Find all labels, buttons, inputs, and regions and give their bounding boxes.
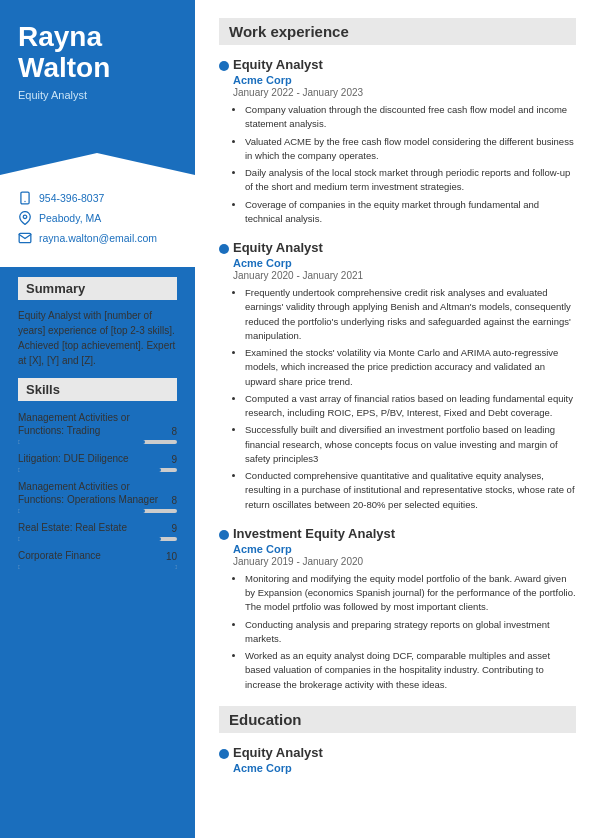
job-entry: Equity Analyst Acme Corp January 2022 - … bbox=[219, 57, 576, 226]
skill-name: Management Activities or Functions: Trad… bbox=[18, 411, 171, 437]
sidebar-chevron-shape bbox=[0, 115, 195, 153]
skill-bar-fill bbox=[18, 537, 161, 541]
skill-bar-fill bbox=[18, 509, 145, 513]
skill-name: Real Estate: Real Estate bbox=[18, 521, 171, 534]
education-title: Education bbox=[219, 706, 576, 733]
job-bullet: Coverage of companies in the equity mark… bbox=[245, 198, 576, 227]
main-content: Work experience Equity Analyst Acme Corp… bbox=[195, 0, 594, 838]
job-bullet: Monitoring and modifying the equity mode… bbox=[245, 572, 576, 615]
skill-bar-fill bbox=[18, 565, 177, 569]
summary-text: Equity Analyst with [number of years] ex… bbox=[18, 308, 177, 368]
job-company: Acme Corp bbox=[233, 257, 576, 269]
location-text: Peabody, MA bbox=[39, 212, 101, 224]
skills-section: Skills Management Activities or Function… bbox=[0, 378, 195, 569]
svg-point-2 bbox=[23, 215, 27, 219]
job-dates: January 2022 - January 2023 bbox=[233, 87, 576, 98]
job-dates: January 2020 - January 2021 bbox=[233, 270, 576, 281]
job-bullet: Successfully built and diversified an in… bbox=[245, 423, 576, 466]
skill-bar-bg bbox=[18, 537, 177, 541]
skill-value: 9 bbox=[171, 454, 177, 465]
skill-name: Management Activities or Functions: Oper… bbox=[18, 480, 171, 506]
location-icon bbox=[18, 211, 32, 225]
sidebar-header: Rayna Walton Equity Analyst bbox=[0, 0, 195, 115]
skill-item: Management Activities or Functions: Oper… bbox=[18, 480, 177, 513]
skill-value: 8 bbox=[171, 426, 177, 437]
education-section: Education Equity Analyst Acme Corp bbox=[219, 706, 576, 774]
skill-item: Management Activities or Functions: Trad… bbox=[18, 411, 177, 444]
job-title: Equity Analyst bbox=[233, 57, 576, 72]
skill-item: Real Estate: Real Estate 9 bbox=[18, 521, 177, 541]
job-bullets: Monitoring and modifying the equity mode… bbox=[233, 572, 576, 692]
skill-value: 10 bbox=[166, 551, 177, 562]
job-bullet: Computed a vast array of financial ratio… bbox=[245, 392, 576, 421]
location-item: Peabody, MA bbox=[18, 211, 177, 225]
job-title: Investment Equity Analyst bbox=[233, 526, 576, 541]
candidate-title: Equity Analyst bbox=[18, 89, 177, 101]
job-bullet: Examined the stocks' volatility via Mont… bbox=[245, 346, 576, 389]
job-company: Acme Corp bbox=[233, 74, 576, 86]
email-text: rayna.walton@email.com bbox=[39, 232, 157, 244]
job-bullet: Conducting analysis and preparing strate… bbox=[245, 618, 576, 647]
phone-text: 954-396-8037 bbox=[39, 192, 104, 204]
skill-value: 8 bbox=[171, 495, 177, 506]
name-line1: Rayna bbox=[18, 21, 102, 52]
job-bullet: Valuated ACME by the free cash flow mode… bbox=[245, 135, 576, 164]
work-experience-title: Work experience bbox=[219, 18, 576, 45]
job-bullets: Company valuation through the discounted… bbox=[233, 103, 576, 226]
job-dates: January 2019 - January 2020 bbox=[233, 556, 576, 567]
job-entry: Investment Equity Analyst Acme Corp Janu… bbox=[219, 526, 576, 692]
summary-section: Summary Equity Analyst with [number of y… bbox=[0, 277, 195, 368]
skill-value: 9 bbox=[171, 523, 177, 534]
education-list: Equity Analyst Acme Corp bbox=[219, 745, 576, 774]
edu-company: Acme Corp bbox=[233, 762, 576, 774]
skill-bar-fill bbox=[18, 468, 161, 472]
education-entry: Equity Analyst Acme Corp bbox=[219, 745, 576, 774]
jobs-list: Equity Analyst Acme Corp January 2022 - … bbox=[219, 57, 576, 692]
job-bullet: Conducted comprehensive quantitative and… bbox=[245, 469, 576, 512]
skill-bar-bg bbox=[18, 565, 177, 569]
skill-name: Corporate Finance bbox=[18, 549, 166, 562]
skill-item: Litigation: DUE Diligence 9 bbox=[18, 452, 177, 472]
skill-item: Corporate Finance 10 bbox=[18, 549, 177, 569]
skill-bar-bg bbox=[18, 509, 177, 513]
skills-title: Skills bbox=[18, 378, 177, 401]
edu-title: Equity Analyst bbox=[233, 745, 576, 760]
job-bullet: Worked as an equity analyst doing DCF, c… bbox=[245, 649, 576, 692]
phone-icon bbox=[18, 191, 32, 205]
job-bullets: Frequently undertook comprehensive credi… bbox=[233, 286, 576, 512]
job-bullet: Daily analysis of the local stock market… bbox=[245, 166, 576, 195]
name-line2: Walton bbox=[18, 52, 110, 83]
phone-item: 954-396-8037 bbox=[18, 191, 177, 205]
sidebar: Rayna Walton Equity Analyst 954-396-8037… bbox=[0, 0, 195, 838]
resume-container: Rayna Walton Equity Analyst 954-396-8037… bbox=[0, 0, 594, 838]
candidate-name: Rayna Walton bbox=[18, 22, 177, 84]
skill-name: Litigation: DUE Diligence bbox=[18, 452, 171, 465]
skills-list: Management Activities or Functions: Trad… bbox=[18, 411, 177, 569]
skill-bar-fill bbox=[18, 440, 145, 444]
job-entry: Equity Analyst Acme Corp January 2020 - … bbox=[219, 240, 576, 512]
job-bullet: Company valuation through the discounted… bbox=[245, 103, 576, 132]
job-company: Acme Corp bbox=[233, 543, 576, 555]
summary-title: Summary bbox=[18, 277, 177, 300]
email-icon bbox=[18, 231, 32, 245]
job-bullet: Frequently undertook comprehensive credi… bbox=[245, 286, 576, 343]
skill-bar-bg bbox=[18, 468, 177, 472]
email-item: rayna.walton@email.com bbox=[18, 231, 177, 245]
skill-bar-bg bbox=[18, 440, 177, 444]
job-title: Equity Analyst bbox=[233, 240, 576, 255]
